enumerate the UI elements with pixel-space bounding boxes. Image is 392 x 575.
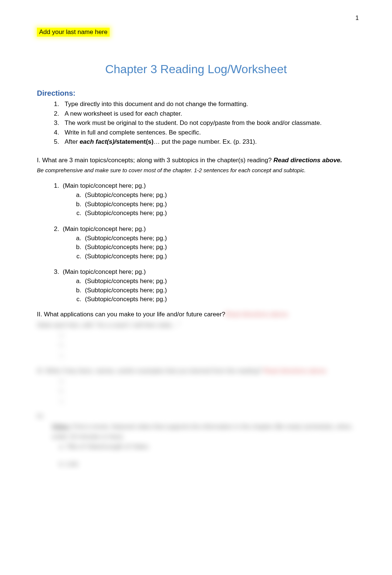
topic-1-sub-b: (Subtopic/concepts here; pg.): [83, 200, 355, 209]
section-i-text: I. What are 3 main topics/concepts; alon…: [37, 157, 274, 164]
direction-item-2: A new worksheet is used for each chapter…: [61, 109, 355, 119]
blurred-content: State each fact, with "As a coach I will…: [37, 320, 355, 469]
blurred-line-2: State each fact, with "As a coach I will…: [37, 320, 355, 330]
blurred-list-1: [37, 330, 355, 360]
blurred-list-2-a: [66, 376, 355, 386]
blurred-list-1-b: [66, 340, 355, 350]
direction-5-prefix: After: [65, 138, 80, 145]
direction-5-bolditalic: each fact(s)/: [80, 138, 116, 145]
section-i-subtext: Be comprehensive and make sure to cover …: [37, 166, 355, 174]
topic-2-sub-b: (Subtopic/concepts here; pg.): [83, 243, 355, 252]
last-name-highlight[interactable]: Add your last name here: [37, 28, 110, 37]
blurred-list-1-c: [66, 350, 355, 360]
direction-2-suffix: chapter.: [158, 110, 182, 117]
direction-item-5: After each fact(s)/statement(s)… put the…: [61, 137, 355, 147]
blurred-iii-red: Read directions above.: [264, 367, 328, 374]
document-title: Chapter 3 Reading Log/Worksheet: [37, 62, 355, 76]
blurred-video-line: Video: Find a movie, featured video that…: [37, 422, 355, 442]
section-ii-blurred-red: Read directions above.: [225, 311, 289, 318]
topics-list: (Main topic/concept here; pg.) (Subtopic…: [37, 181, 355, 304]
topic-2-subs: (Subtopic/concepts here; pg.) (Subtopic/…: [63, 234, 355, 261]
blurred-list-2: [37, 376, 355, 406]
blurred-video-sub: a. Title of Video/Length of Video:: [37, 442, 355, 452]
section-i-bold: Read directions above.: [274, 157, 342, 164]
blurred-section-iv: IV.: [37, 411, 355, 421]
topic-3-subs: (Subtopic/concepts here; pg.) (Subtopic/…: [63, 277, 355, 304]
directions-list: Type directly into this document and do …: [37, 99, 355, 147]
blurred-section-iii: III. Write 3 key facts, names, and/or ex…: [37, 366, 355, 376]
direction-item-1: Type directly into this document and do …: [61, 99, 355, 109]
topic-2-main: (Main topic/concept here; pg.): [63, 225, 146, 232]
direction-2-italic: each: [144, 110, 158, 117]
section-ii-text: II. What applications can you make to yo…: [37, 311, 225, 318]
page-number: 1: [355, 15, 359, 21]
topic-2-sub-a: (Subtopic/concepts here; pg.): [83, 234, 355, 243]
section-ii: II. What applications can you make to yo…: [37, 311, 355, 318]
topic-2-sub-c: (Subtopic/concepts here; pg.): [83, 252, 355, 261]
blurred-video-label: Video:: [52, 423, 71, 430]
section-i-intro: I. What are 3 main topics/concepts; alon…: [37, 156, 355, 165]
topic-1-main: (Main topic/concept here; pg.): [63, 182, 146, 189]
topic-1-subs: (Subtopic/concepts here; pg.) (Subtopic/…: [63, 191, 355, 218]
direction-2-prefix: A new worksheet is used for: [65, 110, 144, 117]
blurred-link: b. Link:: [37, 459, 355, 469]
topic-3-sub-b: (Subtopic/concepts here; pg.): [83, 286, 355, 295]
topic-1: (Main topic/concept here; pg.) (Subtopic…: [61, 181, 355, 218]
topic-1-sub-a: (Subtopic/concepts here; pg.): [83, 191, 355, 200]
direction-item-3: The work must be original to the student…: [61, 118, 355, 128]
blurred-iii-text: III. Write 3 key facts, names, and/or ex…: [37, 367, 262, 374]
directions-heading: Directions:: [37, 89, 355, 98]
topic-3-sub-c: (Subtopic/concepts here; pg.): [83, 295, 355, 304]
topic-3: (Main topic/concept here; pg.) (Subtopic…: [61, 268, 355, 304]
topic-2: (Main topic/concept here; pg.) (Subtopic…: [61, 225, 355, 261]
direction-5-suffix: … put the page number. Ex. (p. 231).: [154, 138, 257, 145]
topic-3-sub-a: (Subtopic/concepts here; pg.): [83, 277, 355, 286]
direction-item-4: Write in full and complete sentences. Be…: [61, 128, 355, 137]
blurred-list-2-c: [66, 396, 355, 406]
blurred-list-1-a: [66, 330, 355, 340]
topic-3-main: (Main topic/concept here; pg.): [63, 268, 146, 275]
topic-1-sub-c: (Subtopic/concepts here; pg.): [83, 209, 355, 218]
blurred-video-text: Find a movie, featured video that suppor…: [52, 423, 353, 440]
direction-5-bold: statement(s): [116, 138, 154, 145]
blurred-list-2-b: [66, 386, 355, 396]
